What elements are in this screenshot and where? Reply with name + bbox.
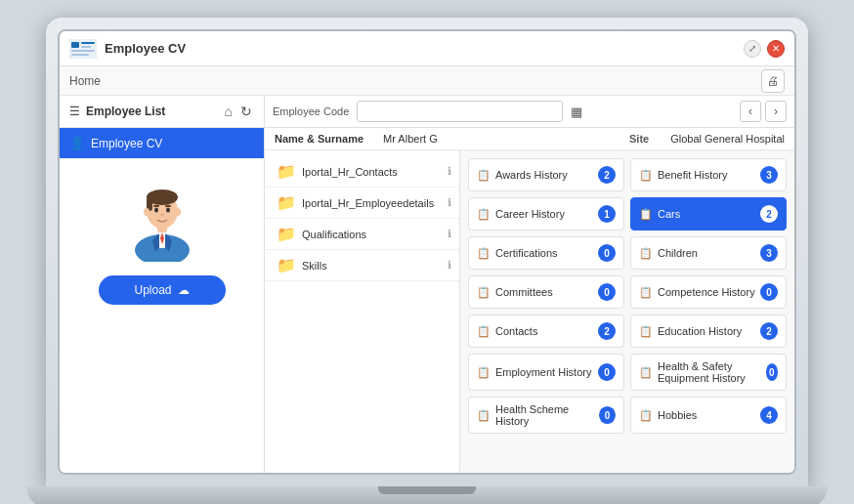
refresh-icon[interactable]: ↻ (238, 102, 254, 121)
card-label: Hobbies (658, 409, 697, 421)
sidebar-toolbar-left: ☰ Employee List (69, 105, 165, 118)
prev-button[interactable]: ‹ (740, 101, 761, 122)
file-item[interactable]: 📁 Qualifications ℹ (265, 219, 459, 250)
emp-code-label: Employee Code (273, 105, 349, 117)
file-info-btn[interactable]: ℹ (448, 196, 451, 209)
name-site-row: Name & Surname Mr Albert G Site Global G… (265, 128, 794, 150)
card-file-icon: 📋 (639, 286, 653, 299)
card-item[interactable]: 📋 Awards History 2 (468, 158, 624, 191)
card-left: 📋 Health Scheme History (477, 403, 599, 427)
card-item[interactable]: 📋 Contacts 2 (468, 315, 624, 348)
file-item[interactable]: 📁 Skills ℹ (265, 250, 459, 281)
card-file-icon: 📋 (477, 325, 491, 338)
card-left: 📋 Awards History (477, 169, 568, 182)
grid-icon[interactable]: ▦ (571, 105, 582, 119)
title-bar: Employee CV ⤢ ✕ (60, 31, 794, 66)
card-badge: 2 (598, 166, 616, 184)
card-item[interactable]: 📋 Competence History 0 (630, 275, 787, 309)
card-item[interactable]: 📋 Children 3 (630, 236, 787, 270)
card-label: Health Scheme History (495, 403, 599, 427)
left-sidebar: ☰ Employee List ⌂ ↻ 👤 Employee CV (60, 96, 265, 473)
card-left: 📋 Contacts (477, 325, 537, 338)
site-value: Global General Hospital (670, 133, 785, 145)
card-label: Contacts (495, 325, 537, 337)
upload-label: Upload (134, 283, 171, 297)
card-left: 📋 Committees (477, 286, 553, 299)
employee-code-input[interactable] (357, 101, 563, 122)
folder-icon: 📁 (277, 256, 296, 274)
title-left: Employee CV (69, 39, 186, 59)
card-file-icon: 📋 (639, 409, 653, 422)
card-badge: 0 (598, 363, 616, 381)
title-controls: ⤢ ✕ (744, 40, 785, 58)
folder-icon: 📁 (277, 193, 296, 212)
file-info-btn[interactable]: ℹ (448, 228, 451, 240)
card-file-icon: 📋 (477, 286, 491, 299)
card-item[interactable]: 📋 Career History 1 (468, 197, 624, 231)
main-area: ☰ Employee List ⌂ ↻ 👤 Employee CV (60, 96, 794, 473)
card-label: Certifications (495, 247, 558, 259)
card-badge: 0 (598, 244, 616, 262)
card-item[interactable]: 📋 Education History 2 (630, 315, 787, 348)
file-info-btn[interactable]: ℹ (448, 165, 451, 178)
card-item[interactable]: 📋 Benefit History 3 (630, 158, 787, 191)
file-item-label: Iportal_Hr_Employeedetails (302, 197, 448, 209)
card-label: Employment History (495, 366, 591, 378)
expand-button[interactable]: ⤢ (744, 40, 761, 58)
card-left: 📋 Health & Safety Equipment History (639, 360, 766, 384)
svg-point-20 (144, 208, 149, 216)
laptop-body: Employee CV ⤢ ✕ Home 🖨 ☰ (46, 18, 808, 486)
card-left: 📋 Education History (639, 325, 742, 338)
breadcrumb-bar: Home 🖨 (60, 66, 794, 96)
file-item[interactable]: 📁 Iportal_Hr_Contacts ℹ (265, 156, 459, 188)
employee-cv-nav[interactable]: 👤 Employee CV (60, 128, 264, 158)
card-left: 📋 Career History (477, 208, 565, 221)
svg-rect-2 (81, 42, 95, 44)
upload-icon: ☁ (178, 283, 190, 297)
site-label: Site (629, 133, 649, 145)
card-item[interactable]: 📋 Health & Safety Equipment History 0 (630, 354, 787, 391)
svg-rect-17 (153, 205, 159, 207)
app-logo (69, 39, 97, 59)
card-item[interactable]: 📋 Certifications 0 (468, 236, 624, 270)
card-left: 📋 Employment History (477, 366, 591, 379)
file-item-label: Iportal_Hr_Contacts (302, 166, 448, 178)
file-item-label: Skills (302, 260, 448, 272)
card-label: Awards History (495, 169, 568, 181)
svg-rect-1 (71, 42, 79, 48)
card-left: 📋 Competence History (639, 286, 755, 299)
card-badge: 3 (760, 244, 778, 262)
card-badge: 3 (760, 166, 778, 184)
card-item[interactable]: 📋 Hobbies 4 (630, 397, 787, 434)
svg-point-19 (160, 214, 164, 217)
card-item[interactable]: 📋 Cars 2 (630, 197, 787, 231)
card-item[interactable]: 📋 Employment History 0 (468, 354, 624, 391)
upload-button[interactable]: Upload ☁ (99, 275, 226, 305)
file-tree-panel: 📁 Iportal_Hr_Contacts ℹ 📁 Iportal_Hr_Emp… (265, 150, 460, 473)
card-label: Children (658, 247, 698, 259)
card-file-icon: 📋 (477, 247, 491, 260)
card-label: Health & Safety Equipment History (658, 360, 766, 384)
card-left: 📋 Children (639, 247, 698, 260)
folder-icon: 📁 (277, 225, 296, 243)
svg-rect-3 (81, 46, 91, 48)
card-badge: 0 (760, 283, 778, 301)
card-left: 📋 Certifications (477, 247, 558, 260)
card-badge: 0 (766, 363, 778, 381)
home-icon[interactable]: ⌂ (223, 102, 235, 121)
window-title: Employee CV (105, 41, 186, 56)
card-item[interactable]: 📋 Committees 0 (468, 275, 624, 309)
content-wrapper: Employee Code ▦ ‹ › Name & Surname Mr Al… (265, 96, 794, 473)
next-button[interactable]: › (765, 101, 787, 122)
card-item[interactable]: 📋 Health Scheme History 0 (468, 397, 624, 434)
employee-list-label: Employee List (86, 105, 165, 118)
card-badge: 2 (760, 205, 778, 223)
laptop-wrapper: Employee CV ⤢ ✕ Home 🖨 ☰ (0, 0, 854, 504)
close-button[interactable]: ✕ (767, 40, 785, 58)
avatar (118, 174, 206, 262)
print-button[interactable]: 🖨 (761, 69, 785, 93)
file-item[interactable]: 📁 Iportal_Hr_Employeedetails ℹ (265, 188, 459, 219)
card-badge: 0 (598, 283, 616, 301)
file-info-btn[interactable]: ℹ (448, 259, 451, 272)
card-label: Competence History (658, 286, 755, 298)
